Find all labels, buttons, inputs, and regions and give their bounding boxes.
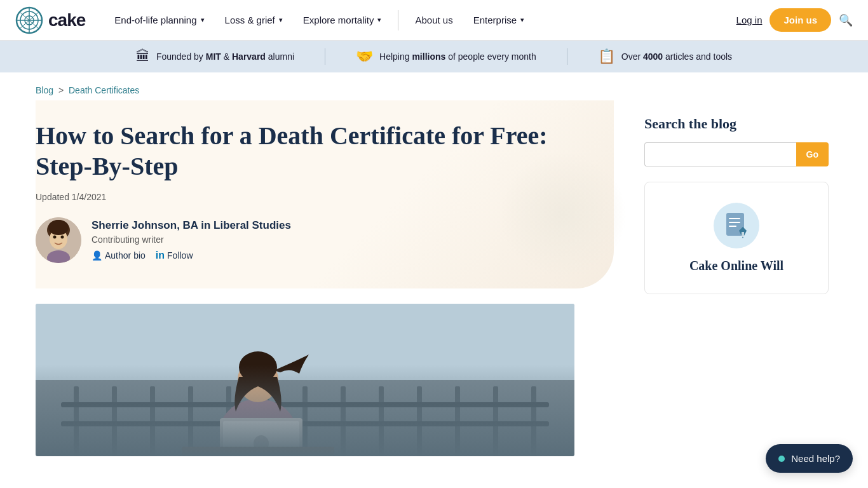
banner-item-helping: 🤝 Helping millions of people every month [325,48,567,65]
svg-point-11 [61,236,64,239]
articles-icon: 📋 [598,48,615,65]
svg-rect-21 [264,386,269,456]
svg-rect-14 [36,304,574,456]
banner-item-founded: 🏛 Founded by MIT & Harvard alumni [105,48,325,65]
sidebar-search-title: Search the blog [644,116,829,132]
svg-rect-24 [379,386,384,456]
author-bio-link[interactable]: 👤 Author bio [92,250,146,261]
banner-text-articles: Over 4000 articles and tools [621,51,732,62]
hero-image-svg [36,304,574,456]
handshake-icon: 🤝 [356,48,373,65]
svg-rect-42 [742,232,744,237]
nav-item-about-us[interactable]: About us [406,10,461,30]
svg-rect-30 [61,421,549,426]
nav-item-enterprise[interactable]: Enterprise ▾ [465,10,533,30]
svg-rect-34 [220,418,302,456]
avatar-image [36,217,81,263]
nav-item-explore-mortality[interactable]: Explore mortality ▾ [294,10,391,30]
svg-rect-37 [182,447,334,456]
person-icon: 👤 [92,250,102,261]
banner-text-helping: Helping millions of people every month [379,51,536,62]
svg-rect-15 [36,380,574,456]
linkedin-icon: in [156,250,165,261]
navigation: cake End-of-life planning ▾ Loss & grief… [0,0,868,41]
author-block: Sherrie Johnson, BA in Liberal Studies C… [36,217,583,263]
author-links: 👤 Author bio in Follow [92,250,291,261]
login-link[interactable]: Log in [736,15,763,25]
sidebar: Search the blog Go Cake Online Will [644,100,829,456]
nav-right: Log in Join us 🔍 [736,8,853,32]
author-info: Sherrie Johnson, BA in Liberal Studies C… [92,219,291,261]
chat-dot [778,456,785,462]
blog-search-input[interactable] [644,142,796,166]
svg-point-10 [53,236,57,239]
logo-link[interactable]: cake [15,6,85,34]
article-image-area [36,304,614,456]
svg-rect-39 [729,218,740,219]
nav-divider [398,10,398,30]
nav-item-loss-grief[interactable]: Loss & grief ▾ [216,10,292,30]
svg-rect-25 [417,386,422,456]
nav-item-end-of-life[interactable]: End-of-life planning ▾ [105,10,213,30]
photo-simulation [36,304,574,456]
svg-point-33 [239,351,277,383]
chat-bubble[interactable]: Need help? [766,444,853,473]
blog-search-button[interactable]: Go [796,142,829,166]
svg-rect-27 [493,386,498,456]
chevron-down-icon: ▾ [279,16,283,24]
article-title: How to Search for a Death Certificate fo… [36,121,557,182]
join-button[interactable]: Join us [770,8,831,32]
svg-rect-29 [61,402,549,407]
nav-items: End-of-life planning ▾ Loss & grief ▾ Ex… [105,10,736,30]
svg-rect-20 [226,386,231,456]
author-follow-link[interactable]: in Follow [156,250,193,261]
svg-rect-18 [150,386,155,456]
breadcrumb-death-certificates[interactable]: Death Certificates [69,85,139,95]
breadcrumb-separator: > [58,85,66,95]
author-name: Sherrie Johnson, BA in Liberal Studies [92,219,291,232]
svg-rect-35 [223,421,299,456]
svg-rect-17 [112,386,117,456]
svg-rect-26 [455,386,460,456]
chevron-down-icon: ▾ [377,16,381,24]
will-icon [714,203,759,248]
svg-point-36 [254,435,269,452]
chevron-down-icon: ▾ [520,16,524,24]
breadcrumb-blog[interactable]: Blog [36,85,53,95]
chat-label: Need help? [791,453,840,464]
svg-point-12 [48,220,69,235]
svg-rect-22 [302,386,308,456]
main-content: How to Search for a Death Certificate fo… [36,100,614,456]
article-updated: Updated 1/4/2021 [36,192,583,202]
svg-rect-41 [729,226,736,227]
breadcrumb: Blog > Death Certificates [0,72,868,100]
article-hero-image [36,304,574,456]
cake-logo-icon [15,6,43,34]
article-header: How to Search for a Death Certificate fo… [36,100,614,288]
svg-point-31 [220,399,296,456]
svg-rect-40 [729,222,740,223]
logo-text: cake [48,10,85,30]
content-wrapper: How to Search for a Death Certificate fo… [0,100,868,456]
document-icon [725,213,748,238]
banner: 🏛 Founded by MIT & Harvard alumni 🤝 Help… [0,41,868,72]
search-icon[interactable]: 🔍 [839,13,853,27]
sidebar-card-title: Cake Online Will [660,259,813,273]
svg-point-32 [238,358,278,402]
svg-rect-19 [188,386,193,456]
chevron-down-icon: ▾ [201,16,205,24]
sidebar-search-row: Go [644,142,829,166]
svg-rect-23 [341,386,346,456]
author-role: Contributing writer [92,234,291,245]
banner-text-founded: Founded by MIT & Harvard alumni [156,51,294,62]
sidebar-card: Cake Online Will [644,182,829,294]
svg-rect-28 [531,386,536,456]
banner-item-articles: 📋 Over 4000 articles and tools [567,48,763,65]
svg-rect-16 [74,386,79,456]
university-icon: 🏛 [136,48,150,65]
avatar [36,217,81,263]
